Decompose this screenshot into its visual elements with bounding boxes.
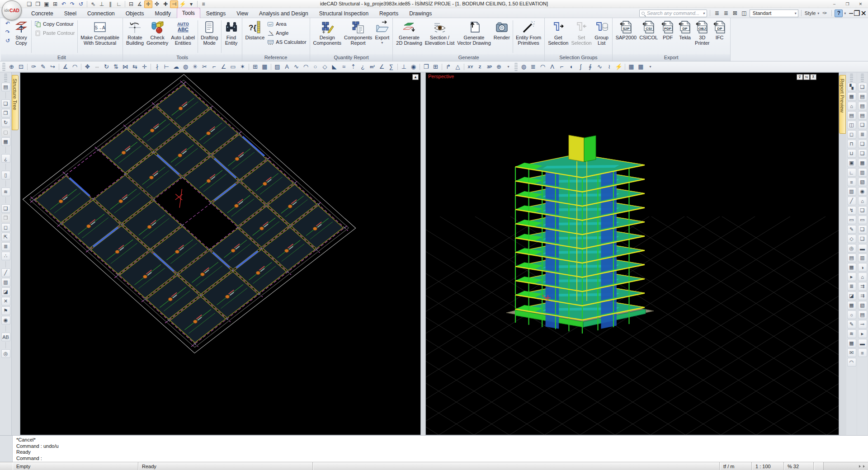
report-icon[interactable]: ≣ [858,130,867,139]
table-insert-icon[interactable]: ▦ [627,62,636,71]
offset-icon[interactable]: ⇡ [349,62,358,71]
table-3p-icon[interactable]: 3P [485,62,494,71]
tool-icon[interactable]: ○ [847,310,856,319]
open-file-icon[interactable]: ❒ [34,0,42,8]
area-query-icon[interactable]: m² [368,62,377,71]
properties-icon[interactable]: ▤ [1,83,10,91]
draw-line-icon[interactable]: ╱ [1,268,10,277]
report-icon[interactable]: ▧ [858,178,867,186]
maximize-viewport-button[interactable]: ▲ [412,74,419,80]
report-icon[interactable]: ❏ [858,235,867,243]
tool-icon[interactable]: ◻ [847,130,856,139]
tool-icon[interactable]: ≡ [847,178,856,186]
report-icon[interactable]: ▥ [858,168,867,177]
export-tekla-button[interactable]: DPTekla [676,19,693,40]
north-button[interactable]: N [803,74,810,80]
tool-icon[interactable]: ▭ [847,216,856,224]
xref-frame-icon[interactable]: ⊠ [731,9,739,17]
arc-icon[interactable]: ◠ [301,62,311,71]
entity-from-primitives-button[interactable]: Entity FromPrimitives [514,19,542,46]
structure-tree-tab[interactable]: Structure Tree [12,75,19,130]
single-window-icon[interactable]: ❐ [421,62,431,71]
qat-dropdown-icon[interactable]: ▾ [187,0,195,8]
eye-level-icon[interactable]: ◉ [409,62,418,71]
report-preview-tab[interactable]: Report Preview [839,75,846,134]
child-close-button[interactable]: ✕ [861,9,867,18]
report-icon[interactable]: ❏ [858,83,867,91]
report-icon[interactable]: ❏ [858,225,867,234]
mirror-icon[interactable]: ⋈ [121,62,130,71]
report-icon[interactable]: ▦ [858,159,867,167]
tool-icon[interactable]: ◪ [847,291,856,300]
overflow-icon[interactable]: ▸ [858,329,867,338]
export-3d-printer-button[interactable]: OBJ3DPrinter [693,19,711,46]
report-icon[interactable]: ▤ [858,111,867,120]
mirror-horizontal-icon[interactable]: ⇆ [130,62,140,71]
layer-states-icon[interactable]: ≣ [722,9,730,17]
node-snap-icon[interactable]: ✜ [153,0,161,8]
restore-button[interactable]: ❐ [841,0,854,7]
report-icon[interactable]: ▤ [858,102,867,110]
tool-icon[interactable]: ╱ [847,197,856,205]
polar-tracking-icon[interactable]: ∡ [136,0,144,8]
slab-draw-icon[interactable]: ◪ [1,287,10,296]
toolbar-drag-handle[interactable] [4,74,7,82]
lightning-icon[interactable]: ⚡ [614,62,623,71]
fillet-icon[interactable]: ⌐ [209,62,219,71]
viewport-divider[interactable] [421,72,425,435]
tool-icon[interactable]: ▦ [847,92,856,101]
toolbar-drag-handle[interactable] [2,63,5,71]
level-icon[interactable]: ⊥ [399,62,409,71]
render-style-icon[interactable]: ✑ [821,9,829,17]
spline-icon[interactable]: ∿ [292,62,301,71]
object-tracking-icon[interactable]: ⊣ [170,0,178,8]
analysis-curve-icon[interactable]: ≀ [604,62,614,71]
rotate-building-button[interactable]: RotateBuilding [125,19,145,46]
toolbar-overflow-icon[interactable]: ▾ [646,62,655,71]
report-icon[interactable]: ▤ [858,92,867,101]
revision-cloud-icon[interactable]: ☁ [171,62,181,71]
tool-icon[interactable]: ∟ [847,168,856,177]
angle-button[interactable]: ?Angle [266,29,307,37]
tab-concrete[interactable]: Concrete [26,9,58,18]
rotate-icon[interactable]: ↻ [102,62,111,71]
auto-label-entities-button[interactable]: AUTOABCAuto LabelEntities [170,19,196,46]
redo-icon[interactable]: ↷ [68,0,76,8]
tab-settings[interactable]: Settings [201,9,231,18]
eyedropper-icon[interactable]: ✎ [38,62,48,71]
break-icon[interactable]: ✂ [200,62,209,71]
tool-icon[interactable]: ▣ [847,159,856,167]
tab-structural-inspection[interactable]: Structural Inspection [314,9,373,18]
geometry-check-icon[interactable]: ◉ [1,316,10,324]
tile-windows-icon[interactable]: ⊞ [431,62,440,71]
lamp-icon[interactable]: ◍ [519,62,528,71]
corner-slab-icon[interactable]: ⌐ [557,62,566,71]
image-icon[interactable]: ▨ [273,62,282,71]
drafting-mode-button[interactable]: DraftingMode [199,19,220,46]
pool-icon[interactable]: ◖ [566,62,576,71]
report-icon[interactable]: ≡ [858,348,867,357]
export-csicol-button[interactable]: CSICSICOL [638,19,659,40]
story-filter-up-button[interactable]: ⊼ [810,74,816,80]
graph-p-icon[interactable]: ∮ [585,62,595,71]
parallel-snap-icon[interactable]: ∥ [106,0,114,8]
tool-icon[interactable]: ✎ [847,225,856,234]
marquee-icon[interactable]: ◻ [1,223,10,232]
group-list-button[interactable]: GroupList [593,19,610,46]
profile-flag-icon[interactable]: ⚑ [1,306,10,315]
tool-icon[interactable]: ≣ [847,282,856,291]
get-selection-button[interactable]: GetSelection [547,19,570,46]
viewport-3d-perspective[interactable]: Perspective ⊽N⊼ [425,72,839,435]
extend-icon[interactable]: ⊢ [162,62,171,71]
save-icon[interactable]: ▣ [42,0,51,8]
divide-icon[interactable]: ✳ [190,62,200,71]
new-file-icon[interactable]: ❑ [25,0,33,8]
help-button[interactable]: ? [835,9,843,17]
object-snap-icon[interactable]: ✛ [144,0,152,8]
app-logo[interactable]: ideCAD [2,0,22,20]
export-quantity-button[interactable]: Export▾ [373,19,391,46]
story-planes-icon[interactable]: ≋ [1,188,10,196]
paste-entity-icon[interactable]: ❐ [1,109,10,118]
point-cluster-icon[interactable]: ∴ [1,252,10,260]
undo-icon[interactable]: ↶ [60,0,68,8]
